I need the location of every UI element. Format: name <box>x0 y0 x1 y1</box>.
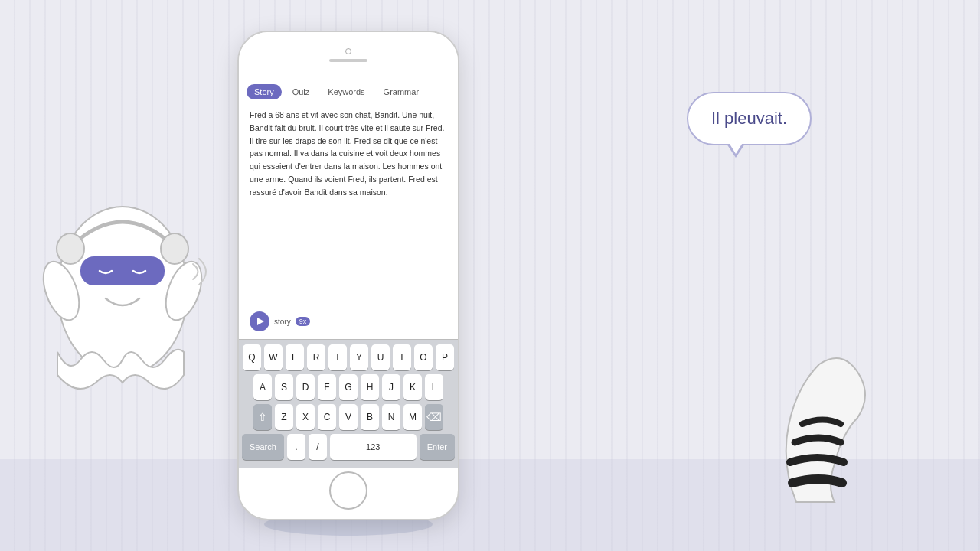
key-m[interactable]: M <box>403 404 422 430</box>
key-search[interactable]: Search <box>242 434 284 460</box>
key-u[interactable]: U <box>371 344 390 370</box>
tab-quiz[interactable]: Quiz <box>285 84 318 99</box>
keyboard-row-4: Search . / 123 Enter <box>242 434 455 460</box>
phone-home-button[interactable] <box>329 471 368 510</box>
key-i[interactable]: I <box>393 344 411 370</box>
play-button[interactable] <box>250 311 270 331</box>
keyboard-row-2: A S D F G H J K L <box>242 374 455 400</box>
phone-wrapper: Story Quiz Keywords Grammar Fred a 68 an… <box>237 31 459 520</box>
key-f[interactable]: F <box>318 374 336 400</box>
key-d[interactable]: D <box>296 374 315 400</box>
tab-bar: Story Quiz Keywords Grammar <box>239 78 458 99</box>
audio-badge: 9x <box>296 317 311 326</box>
key-k[interactable]: K <box>403 374 422 400</box>
key-b[interactable]: B <box>361 404 379 430</box>
phone-speaker <box>329 59 368 62</box>
phone-top <box>239 32 458 78</box>
svg-point-3 <box>57 233 84 264</box>
key-backspace[interactable]: ⌫ <box>425 404 443 430</box>
key-s[interactable]: S <box>275 374 293 400</box>
key-period[interactable]: . <box>287 434 305 460</box>
key-shift[interactable]: ⇧ <box>253 404 272 430</box>
key-slash[interactable]: / <box>309 434 327 460</box>
phone-screen: Story Quiz Keywords Grammar Fred a 68 an… <box>239 78 458 468</box>
key-c[interactable]: C <box>318 404 336 430</box>
key-z[interactable]: Z <box>275 404 293 430</box>
raccoon-tail <box>773 349 873 513</box>
key-g[interactable]: G <box>339 374 358 400</box>
svg-rect-5 <box>80 256 165 285</box>
key-t[interactable]: T <box>328 344 347 370</box>
audio-label: story <box>274 318 291 326</box>
key-h[interactable]: H <box>361 374 379 400</box>
key-enter[interactable]: Enter <box>420 434 455 460</box>
tab-grammar[interactable]: Grammar <box>376 84 426 99</box>
key-y[interactable]: Y <box>350 344 368 370</box>
play-icon <box>257 318 264 325</box>
key-a[interactable]: A <box>253 374 272 400</box>
key-p[interactable]: P <box>436 344 454 370</box>
key-n[interactable]: N <box>382 404 400 430</box>
key-space[interactable]: 123 <box>330 434 416 460</box>
speech-bubble-text: Il pleuvait. <box>711 109 787 128</box>
key-q[interactable]: Q <box>243 344 261 370</box>
keyboard-row-3: ⇧ Z X C V B N M ⌫ <box>242 404 455 430</box>
key-l[interactable]: L <box>425 374 443 400</box>
key-r[interactable]: R <box>307 344 325 370</box>
key-v[interactable]: V <box>339 404 358 430</box>
keyboard-row-1: Q W E R T Y U I O P <box>242 344 455 370</box>
key-w[interactable]: W <box>264 344 283 370</box>
key-o[interactable]: O <box>414 344 433 370</box>
speech-bubble: Il pleuvait. <box>687 92 812 145</box>
story-text: Fred a 68 ans et vit avec son chat, Band… <box>239 99 458 307</box>
key-e[interactable]: E <box>286 344 304 370</box>
phone: Story Quiz Keywords Grammar Fred a 68 an… <box>237 31 459 520</box>
phone-camera <box>345 48 351 54</box>
audio-bar: story 9x <box>239 307 458 339</box>
keyboard: Q W E R T Y U I O P A S D F G <box>239 339 458 468</box>
mascot <box>15 122 230 444</box>
svg-point-4 <box>161 233 188 264</box>
tab-story[interactable]: Story <box>247 84 282 99</box>
key-j[interactable]: J <box>382 374 400 400</box>
key-x[interactable]: X <box>296 404 315 430</box>
tab-keywords[interactable]: Keywords <box>320 84 372 99</box>
